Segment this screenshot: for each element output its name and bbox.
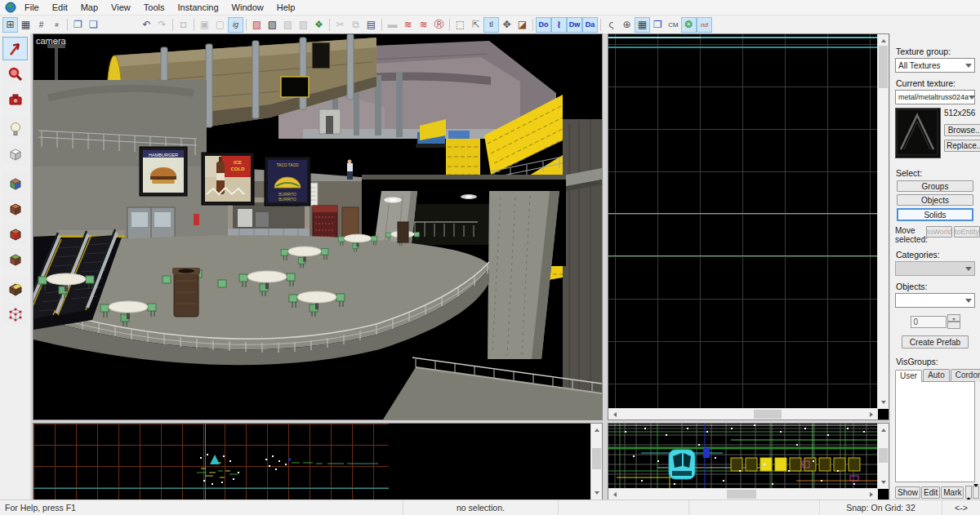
move-mode[interactable]: ✥ <box>499 17 514 33</box>
carve[interactable]: ▬ <box>385 17 400 33</box>
show-hidden[interactable]: ▧ <box>280 17 296 33</box>
lock-selection[interactable]: ◘ <box>176 17 191 33</box>
selection-tool[interactable] <box>2 37 28 60</box>
move-down-button[interactable] <box>973 486 979 499</box>
grid-larger[interactable]: # <box>49 17 65 33</box>
visgroups-tab-auto[interactable]: Auto <box>923 369 950 381</box>
menu-window[interactable]: Window <box>225 2 270 13</box>
to-world-button[interactable]: toWorld <box>926 226 952 238</box>
undo[interactable]: ↶ <box>139 17 154 33</box>
new-visgroup[interactable]: ❖ <box>311 17 327 33</box>
load-window-state[interactable]: ❐ <box>70 17 86 33</box>
select-objects-button[interactable]: Objects <box>897 194 973 206</box>
select-solids-button[interactable]: Solids <box>897 208 973 221</box>
objects-select[interactable] <box>895 293 975 308</box>
visgroup-show-button[interactable]: Show <box>895 486 920 499</box>
visgroups-tab-cordon[interactable]: Cordon <box>951 369 980 381</box>
cut[interactable]: ✂ <box>332 17 348 33</box>
redo[interactable]: ↷ <box>154 17 170 33</box>
scroll-up-icon[interactable] <box>878 34 889 45</box>
scroll-left-icon[interactable] <box>608 409 619 420</box>
viewport-2d-top[interactable] <box>608 33 889 420</box>
hide-unselected[interactable]: ▨ <box>265 17 280 33</box>
horizontal-scrollbar[interactable] <box>608 488 878 499</box>
move-up-button[interactable] <box>965 486 972 499</box>
texture-replace[interactable]: Ⓡ <box>431 17 447 33</box>
menu-edit[interactable]: Edit <box>46 2 74 13</box>
visgroup-mark-button[interactable]: Mark <box>941 486 964 499</box>
vertex-tool[interactable] <box>2 302 28 326</box>
group[interactable]: ▣ <box>197 17 212 33</box>
categories-select[interactable] <box>895 261 975 276</box>
nodraw-toggle[interactable]: nd <box>697 17 712 33</box>
texture-lock[interactable]: tl <box>483 17 499 33</box>
cubemap-toggle[interactable]: ❒ <box>650 17 666 33</box>
select-cursor[interactable]: ⇱ <box>468 17 483 33</box>
select-box[interactable]: ⬚ <box>452 17 468 33</box>
draw-areas-toggle[interactable]: Da <box>582 17 598 33</box>
magnify-tool[interactable] <box>2 62 28 86</box>
path-toggle[interactable]: ≀ <box>551 17 567 33</box>
viewport-2d-side[interactable] <box>608 423 889 500</box>
apply-current-texture-tool[interactable] <box>2 197 28 220</box>
to-entity-button[interactable]: toEntity <box>954 226 980 238</box>
paste[interactable]: ▤ <box>363 17 379 33</box>
map-wire-view[interactable] <box>608 424 878 489</box>
browse-button[interactable]: Browse... <box>944 124 980 136</box>
copy[interactable]: ⧉ <box>348 17 363 33</box>
select-groups-button[interactable]: Groups <box>897 180 973 192</box>
3d-scene[interactable]: HAMBURGER ICE COLD TACO TACO <box>33 34 602 420</box>
vertical-scrollbar[interactable] <box>877 424 889 489</box>
scroll-right-icon[interactable] <box>867 409 878 420</box>
toggle-textures-tool[interactable] <box>2 171 28 195</box>
viewport-3d-camera[interactable]: camera <box>33 33 603 420</box>
scroll-left-icon[interactable] <box>608 489 619 499</box>
show-hidden-all[interactable]: ▧ <box>296 17 311 33</box>
scroll-down-icon[interactable] <box>878 398 889 409</box>
scroll-down-icon[interactable] <box>591 489 602 499</box>
visgroup-edit-button[interactable]: Edit <box>921 486 940 499</box>
scroll-up-icon[interactable] <box>878 424 889 434</box>
prefab-count-field[interactable]: 0 <box>911 316 947 328</box>
menu-help[interactable]: Help <box>270 2 302 13</box>
clipping-tool[interactable] <box>2 247 28 271</box>
visgroups-list[interactable] <box>895 381 975 482</box>
apply-decals-tool[interactable] <box>2 222 28 246</box>
menu-instancing[interactable]: Instancing <box>171 2 225 13</box>
2d-grid[interactable] <box>608 34 878 409</box>
make-hollow[interactable]: ≋ <box>400 17 416 33</box>
draw-objects-toggle[interactable]: Do <box>536 17 551 33</box>
scroll-right-icon[interactable] <box>867 489 878 499</box>
scroll-down-icon[interactable] <box>878 478 889 489</box>
create-prefab-button[interactable]: Create Prefab <box>902 335 969 349</box>
vertical-scrollbar[interactable] <box>877 34 889 409</box>
camera-tool[interactable] <box>2 87 28 111</box>
cm-toggle[interactable]: CM <box>666 17 681 33</box>
visgroups-tab-user[interactable]: User <box>895 370 922 382</box>
menu-tools[interactable]: Tools <box>137 2 172 13</box>
replace-button[interactable]: Replace... <box>944 140 980 152</box>
scroll-up-icon[interactable] <box>591 424 602 434</box>
menu-map[interactable]: Map <box>74 2 105 13</box>
block-tool[interactable] <box>2 142 28 166</box>
vertical-scrollbar[interactable] <box>590 424 602 499</box>
viewport-2d-front[interactable] <box>33 423 603 500</box>
overlay-tool[interactable] <box>2 277 28 300</box>
grid-3d-toggle[interactable]: ▦ <box>18 17 33 33</box>
save-window-state[interactable]: ❏ <box>86 17 101 33</box>
entity-tool[interactable] <box>2 117 28 140</box>
sphere-view[interactable]: ⊕ <box>619 17 635 33</box>
prefab-count-stepper[interactable] <box>947 314 960 329</box>
grid-table-toggle[interactable]: ▦ <box>635 17 650 33</box>
viewport-mode-label[interactable]: camera <box>36 36 66 46</box>
grid-smaller[interactable]: # <box>33 17 49 33</box>
grid-toggle[interactable]: ⊞ <box>2 17 18 33</box>
texture-group-select[interactable]: All Textures <box>895 58 975 73</box>
horizontal-scrollbar[interactable] <box>608 408 878 420</box>
foliage-toggle[interactable]: ❂ <box>681 17 697 33</box>
flip-faces[interactable]: ◪ <box>514 17 530 33</box>
current-texture-select[interactable]: metal/metaltruss024a <box>895 90 975 104</box>
ungroup[interactable]: ▢ <box>212 17 228 33</box>
menu-view[interactable]: View <box>105 2 137 13</box>
draw-world-toggle[interactable]: Dw <box>567 17 582 33</box>
